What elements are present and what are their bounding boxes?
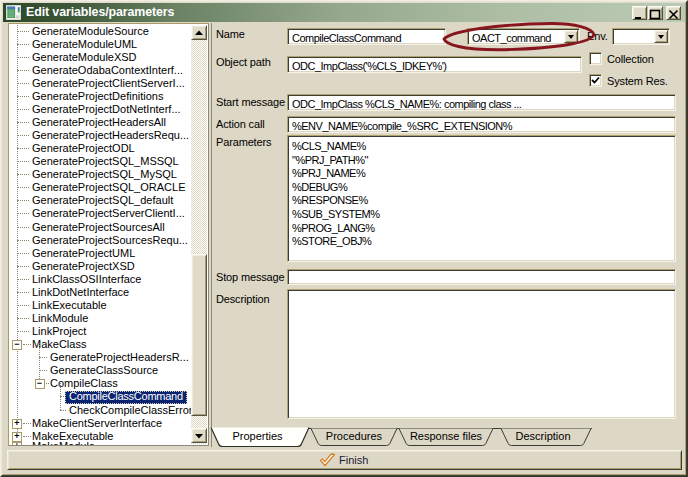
svg-text:Response files: Response files: [410, 430, 483, 442]
svg-text:Procedures: Procedures: [326, 430, 383, 442]
svg-text:Description: Description: [515, 430, 570, 442]
svg-text:Properties: Properties: [232, 430, 283, 442]
